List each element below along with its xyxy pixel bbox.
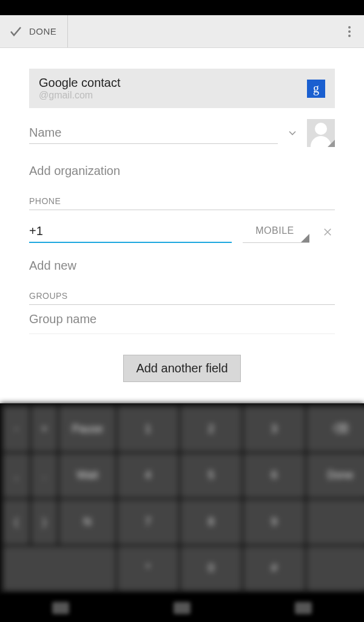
spinner-triangle-icon	[301, 234, 309, 242]
close-icon	[322, 227, 333, 238]
home-icon[interactable]	[174, 602, 190, 614]
add-new-phone-button[interactable]: Add new	[29, 259, 335, 273]
group-name-input[interactable]	[29, 305, 335, 333]
phone-type-label: MOBILE	[255, 225, 294, 236]
system-nav-bar[interactable]	[0, 594, 364, 622]
overflow-menu-button[interactable]	[335, 15, 364, 47]
add-another-field-button[interactable]: Add another field	[123, 355, 240, 382]
contact-form: Google contact @gmail.com g Add organiza…	[0, 48, 364, 403]
status-bar	[0, 0, 364, 15]
phone-type-spinner[interactable]: MOBILE	[243, 221, 309, 243]
account-type-label: Google contact	[39, 76, 307, 90]
contact-photo-button[interactable]	[307, 119, 335, 147]
name-input[interactable]	[29, 122, 278, 144]
recents-icon[interactable]	[295, 602, 312, 614]
phone-number-input[interactable]	[29, 222, 232, 243]
done-label: DONE	[29, 26, 56, 36]
delete-phone-button[interactable]	[320, 225, 335, 239]
dialpad-keyboard[interactable]: -+Pause123⌫ ,.Wait456Done ()N789 *0#	[0, 403, 364, 594]
done-button[interactable]: DONE	[0, 15, 68, 47]
more-vert-icon	[348, 26, 351, 37]
action-bar: DONE	[0, 15, 364, 48]
chevron-down-icon[interactable]	[286, 127, 298, 139]
account-card[interactable]: Google contact @gmail.com g	[29, 69, 335, 108]
account-email: @gmail.com	[39, 90, 307, 101]
check-icon	[8, 24, 23, 39]
phone-section-header: PHONE	[29, 196, 335, 210]
groups-section-header: GROUPS	[29, 291, 335, 305]
back-icon[interactable]	[52, 602, 69, 614]
add-organization-button[interactable]: Add organization	[29, 164, 335, 178]
google-icon: g	[307, 80, 325, 98]
